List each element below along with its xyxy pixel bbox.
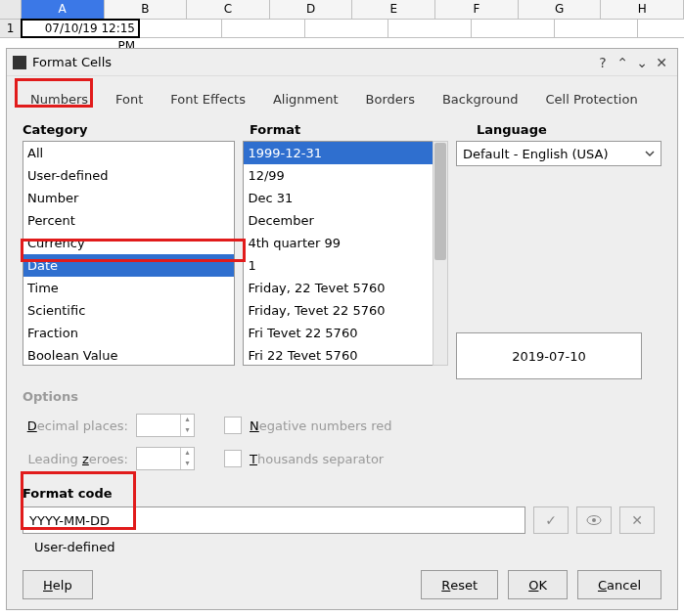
row-head-1[interactable]: 1 — [0, 20, 22, 37]
format-code-title: Format code — [23, 486, 661, 501]
leading-zeroes-label: Leading zeroes: — [23, 452, 128, 466]
help-button[interactable]: Help — [23, 570, 93, 599]
titlebar[interactable]: Format Cells ? ⌃ ⌄ ✕ — [7, 49, 677, 76]
column-headers: A B C D E F G H — [0, 0, 684, 20]
format-item[interactable]: 1999-12-31 — [244, 142, 437, 164]
category-label: Category — [23, 122, 250, 137]
format-label: Format — [250, 122, 477, 137]
format-item[interactable]: 12/99 — [244, 164, 437, 187]
format-item[interactable]: December — [244, 209, 437, 232]
category-item[interactable]: Number — [23, 187, 234, 209]
format-item[interactable]: Fri 22 Tevet 5760 — [244, 344, 437, 366]
category-item[interactable]: Fraction — [23, 322, 234, 344]
tabs: Numbers Font Font Effects Alignment Bord… — [7, 76, 677, 114]
eye-icon — [586, 514, 602, 526]
format-item[interactable]: 1 — [244, 254, 437, 277]
decimal-places-label: Decimal places: — [23, 418, 128, 433]
cell-g1[interactable] — [555, 20, 638, 37]
leading-zeroes-spin: ▴▾ — [136, 447, 195, 470]
col-head-g[interactable]: G — [519, 0, 602, 19]
category-item[interactable]: User-defined — [23, 164, 234, 187]
col-head-f[interactable]: F — [435, 0, 519, 19]
thousands-sep-checkbox — [224, 450, 242, 467]
cell-e1[interactable] — [388, 20, 472, 37]
negative-red-label: Negative numbers red — [250, 418, 391, 433]
col-head-d[interactable]: D — [270, 0, 353, 19]
sheet-row-1: 1 07/10/19 12:15 PM — [0, 20, 684, 38]
select-all-corner[interactable] — [0, 0, 22, 19]
shade-down-button[interactable]: ⌄ — [632, 55, 652, 70]
dialog-title: Format Cells — [32, 55, 593, 69]
cell-c1[interactable] — [222, 20, 305, 37]
reset-button[interactable]: Reset — [421, 570, 498, 599]
decimal-places-spin: ▴▾ — [136, 414, 195, 437]
help-titlebar-button[interactable]: ? — [593, 55, 613, 70]
format-scrollbar[interactable] — [433, 141, 448, 366]
negative-red-checkbox — [224, 417, 242, 434]
format-preview: 2019-07-10 — [456, 332, 642, 379]
language-label: Language — [477, 122, 547, 137]
format-code-delete-button[interactable]: ✕ — [619, 506, 655, 534]
tab-alignment[interactable]: Alignment — [259, 84, 352, 114]
tab-background[interactable]: Background — [429, 84, 532, 114]
category-item-date[interactable]: Date — [23, 254, 234, 277]
col-head-e[interactable]: E — [352, 0, 435, 19]
format-item[interactable]: 4th quarter 99 — [244, 232, 437, 254]
category-item[interactable]: Boolean Value — [23, 344, 234, 366]
format-cells-dialog: Format Cells ? ⌃ ⌄ ✕ Numbers Font Font E… — [6, 48, 678, 610]
col-head-b[interactable]: B — [105, 0, 188, 19]
app-icon — [13, 56, 26, 69]
format-item[interactable]: Fri Tevet 22 5760 — [244, 322, 437, 344]
cell-a1[interactable]: 07/10/19 12:15 PM — [22, 20, 139, 37]
svg-point-1 — [592, 518, 596, 522]
col-head-a[interactable]: A — [22, 0, 105, 19]
col-head-c[interactable]: C — [187, 0, 270, 19]
tab-font[interactable]: Font — [102, 84, 157, 114]
cell-d1[interactable] — [305, 20, 388, 37]
format-code-apply-button[interactable]: ✓ — [533, 506, 569, 534]
category-listbox[interactable]: All User-defined Number Percent Currency… — [23, 141, 235, 366]
userdefined-hint: User-defined — [23, 534, 661, 554]
cell-f1[interactable] — [472, 20, 555, 37]
col-head-h[interactable]: H — [601, 0, 684, 19]
language-select[interactable]: Default - English (USA) — [456, 141, 661, 166]
cancel-button[interactable]: Cancel — [577, 570, 661, 599]
close-button[interactable]: ✕ — [652, 55, 671, 70]
tab-numbers[interactable]: Numbers — [17, 84, 102, 114]
category-item[interactable]: Currency — [23, 232, 234, 254]
cell-b1[interactable] — [139, 20, 222, 37]
category-item[interactable]: All — [23, 142, 234, 164]
shade-up-button[interactable]: ⌃ — [613, 55, 632, 70]
format-item[interactable]: Dec 31 — [244, 187, 437, 209]
format-item[interactable]: Friday, 22 Tevet 5760 — [244, 277, 437, 299]
ok-button[interactable]: OK — [508, 570, 568, 599]
thousands-sep-label: Thousands separator — [250, 452, 384, 466]
format-item[interactable]: Friday, Tevet 22 5760 — [244, 299, 437, 322]
chevron-down-icon — [645, 149, 655, 158]
tab-font-effects[interactable]: Font Effects — [157, 84, 259, 114]
options-title: Options — [23, 389, 661, 404]
format-code-comment-button[interactable] — [576, 506, 612, 534]
tab-cell-protection[interactable]: Cell Protection — [531, 84, 651, 114]
language-value: Default - English (USA) — [463, 147, 609, 161]
category-item[interactable]: Scientific — [23, 299, 234, 322]
format-listbox[interactable]: 1999-12-31 12/99 Dec 31 December 4th qua… — [243, 141, 438, 366]
scrollbar-thumb[interactable] — [434, 143, 446, 260]
tab-borders[interactable]: Borders — [352, 84, 429, 114]
category-item[interactable]: Time — [23, 277, 234, 299]
category-item[interactable]: Percent — [23, 209, 234, 232]
format-code-input[interactable] — [23, 506, 525, 534]
